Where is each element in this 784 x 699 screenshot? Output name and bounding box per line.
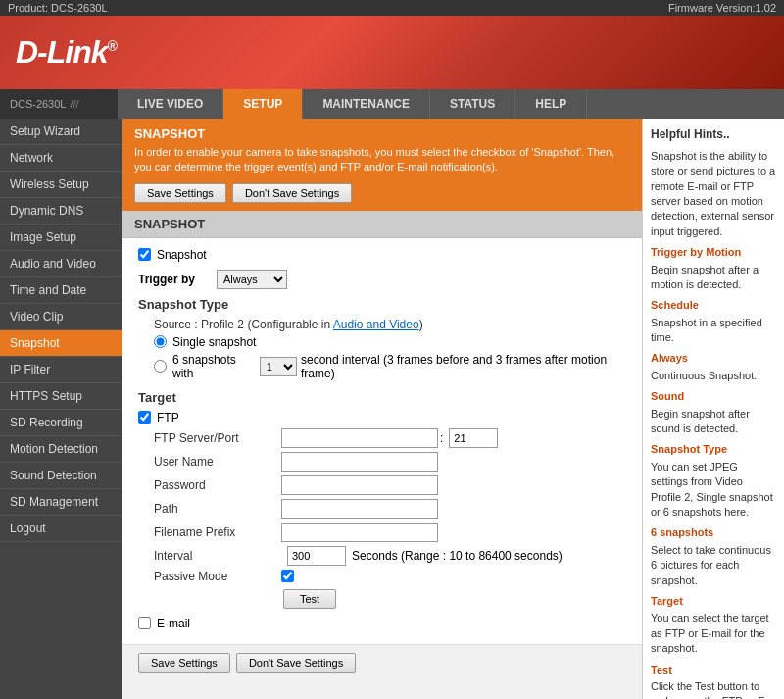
interval-label: Interval bbox=[154, 549, 281, 563]
ftp-port-input[interactable] bbox=[449, 428, 498, 448]
source-text: Source : Profile 2 (Configurable in Audi… bbox=[154, 318, 626, 331]
help-always-title: Always bbox=[651, 351, 776, 366]
tab-help[interactable]: HELP bbox=[515, 89, 587, 119]
target-section: Target FTP FTP Server/Port : User Name bbox=[138, 390, 626, 630]
help-target-title: Target bbox=[651, 594, 776, 609]
sidebar-item-network[interactable]: Network bbox=[0, 145, 122, 172]
ftp-checkbox[interactable] bbox=[138, 411, 151, 424]
notice-title: SNAPSHOT bbox=[134, 126, 630, 141]
tab-status[interactable]: STATUS bbox=[430, 89, 515, 119]
content-area: SNAPSHOT In order to enable your camera … bbox=[122, 119, 642, 699]
password-input[interactable] bbox=[281, 475, 438, 495]
sidebar-item-image-setup[interactable]: Image Setup bbox=[0, 225, 122, 251]
snapshot-type-section: Source : Profile 2 (Configurable in Audi… bbox=[154, 318, 626, 380]
sidebar-item-snapshot[interactable]: Snapshot bbox=[0, 330, 122, 357]
help-sound-title: Sound bbox=[651, 389, 776, 404]
passive-mode-row: Passive Mode bbox=[154, 570, 626, 583]
trigger-label: Trigger by bbox=[138, 273, 217, 286]
trigger-select[interactable]: Always Motion Sound Schedule bbox=[217, 270, 287, 289]
sidebar-item-dynamic-dns[interactable]: Dynamic DNS bbox=[0, 198, 122, 225]
help-schedule-text: Snapshot in a specified time. bbox=[651, 316, 776, 346]
snapshot-checkbox-row: Snapshot bbox=[138, 248, 626, 262]
help-6snapshots-title: 6 snapshots bbox=[651, 525, 776, 540]
help-trigger-motion-text: Begin snapshot after a motion is detecte… bbox=[651, 263, 776, 293]
sidebar-item-https-setup[interactable]: HTTPS Setup bbox=[0, 383, 122, 410]
interval-suffix: Seconds (Range : 10 to 86400 seconds) bbox=[352, 549, 563, 563]
test-button[interactable]: Test bbox=[283, 589, 336, 609]
nav-tabs: DCS-2630L /// LIVE VIDEO SETUP MAINTENAN… bbox=[0, 89, 784, 119]
sidebar-item-setup-wizard[interactable]: Setup Wizard bbox=[0, 119, 122, 145]
help-section-6snapshots: 6 snapshots Select to take continuous 6 … bbox=[651, 525, 776, 588]
tab-maintenance[interactable]: MAINTENANCE bbox=[303, 89, 430, 119]
notice-save-button[interactable]: Save Settings bbox=[134, 183, 226, 203]
help-target-text: You can select the target as FTP or E-ma… bbox=[651, 611, 776, 656]
email-checkbox-row: E-mail bbox=[138, 617, 626, 630]
sidebar-item-video-clip[interactable]: Video Clip bbox=[0, 304, 122, 330]
snapshot-checkbox[interactable] bbox=[138, 248, 151, 261]
username-row: User Name bbox=[154, 452, 626, 472]
sidebar-item-wireless-setup[interactable]: Wireless Setup bbox=[0, 172, 122, 198]
tab-setup[interactable]: SETUP bbox=[223, 89, 303, 119]
sidebar-item-sd-management[interactable]: SD Management bbox=[0, 489, 122, 516]
username-input[interactable] bbox=[281, 452, 438, 472]
single-snapshot-label: Single snapshot bbox=[172, 335, 256, 349]
help-snapshot-type-title: Snapshot Type bbox=[651, 442, 776, 457]
notice-text: In order to enable your camera to take s… bbox=[134, 145, 630, 175]
single-snapshot-radio[interactable] bbox=[154, 335, 167, 348]
nav-model: DCS-2630L /// bbox=[0, 89, 118, 119]
help-panel: Helpful Hints.. Snapshot is the ability … bbox=[642, 119, 784, 699]
help-schedule-title: Schedule bbox=[651, 298, 776, 313]
sidebar: Setup Wizard Network Wireless Setup Dyna… bbox=[0, 119, 122, 699]
six-snapshots-radio[interactable] bbox=[154, 360, 167, 373]
ftp-server-label: FTP Server/Port bbox=[154, 431, 281, 445]
interval-input[interactable] bbox=[287, 546, 346, 566]
snapshots-interval-select[interactable]: 1 2 3 bbox=[260, 357, 297, 376]
bottom-dont-save-button[interactable]: Don't Save Settings bbox=[236, 653, 356, 673]
sidebar-item-ip-filter[interactable]: IP Filter bbox=[0, 357, 122, 383]
notice-bar: SNAPSHOT In order to enable your camera … bbox=[122, 119, 642, 211]
email-checkbox[interactable] bbox=[138, 617, 151, 629]
password-row: Password bbox=[154, 475, 626, 495]
six-snapshots-inline: 6 snapshots with 1 2 3 second interval (… bbox=[172, 353, 626, 380]
header: D-Link® bbox=[0, 16, 784, 89]
help-test-title: Test bbox=[651, 663, 776, 677]
help-section-schedule: Schedule Snapshot in a specified time. bbox=[651, 298, 776, 345]
ftp-server-input[interactable] bbox=[281, 428, 438, 448]
help-title: Helpful Hints.. bbox=[651, 126, 776, 143]
help-section-always: Always Continuous Snapshot. bbox=[651, 351, 776, 383]
bottom-save-button[interactable]: Save Settings bbox=[138, 653, 230, 673]
bottom-buttons: Save Settings Don't Save Settings bbox=[122, 644, 642, 680]
passive-mode-label: Passive Mode bbox=[154, 570, 281, 583]
help-trigger-motion-title: Trigger by Motion bbox=[651, 245, 776, 260]
ftp-server-row: FTP Server/Port : bbox=[154, 428, 626, 448]
six-snapshots-row: 6 snapshots with 1 2 3 second interval (… bbox=[154, 353, 626, 380]
help-always-text: Continuous Snapshot. bbox=[651, 369, 776, 383]
passive-mode-checkbox[interactable] bbox=[281, 570, 294, 582]
target-title: Target bbox=[138, 390, 626, 405]
sidebar-item-audio-video[interactable]: Audio and Video bbox=[0, 251, 122, 277]
top-bar: Product: DCS-2630L Firmware Version:1.02 bbox=[0, 0, 784, 16]
path-row: Path bbox=[154, 499, 626, 519]
help-intro: Snapshot is the ability to store or send… bbox=[651, 149, 776, 239]
ftp-checkbox-row: FTP bbox=[138, 411, 626, 424]
audio-video-link[interactable]: Audio and Video bbox=[333, 318, 419, 331]
help-test-text: Click the Test button to make sure the F… bbox=[651, 679, 776, 699]
filename-prefix-input[interactable] bbox=[281, 523, 438, 542]
sidebar-item-sd-recording[interactable]: SD Recording bbox=[0, 410, 122, 436]
tab-live-video[interactable]: LIVE VIDEO bbox=[118, 89, 223, 119]
sidebar-item-logout[interactable]: Logout bbox=[0, 516, 122, 542]
path-input[interactable] bbox=[281, 499, 438, 519]
product-label: Product: DCS-2630L bbox=[8, 2, 108, 14]
notice-dont-save-button[interactable]: Don't Save Settings bbox=[232, 183, 352, 203]
trigger-by-row: Trigger by Always Motion Sound Schedule bbox=[138, 270, 626, 289]
help-section-trigger-motion: Trigger by Motion Begin snapshot after a… bbox=[651, 245, 776, 292]
sidebar-item-sound-detection[interactable]: Sound Detection bbox=[0, 463, 122, 489]
path-label: Path bbox=[154, 502, 281, 516]
ftp-label: FTP bbox=[157, 411, 179, 424]
firmware-label: Firmware Version:1.02 bbox=[668, 2, 776, 14]
snapshot-checkbox-label: Snapshot bbox=[157, 248, 207, 262]
username-label: User Name bbox=[154, 455, 281, 469]
help-6snapshots-text: Select to take continuous 6 pictures for… bbox=[651, 543, 776, 588]
sidebar-item-time-date[interactable]: Time and Date bbox=[0, 277, 122, 304]
sidebar-item-motion-detection[interactable]: Motion Detection bbox=[0, 436, 122, 463]
